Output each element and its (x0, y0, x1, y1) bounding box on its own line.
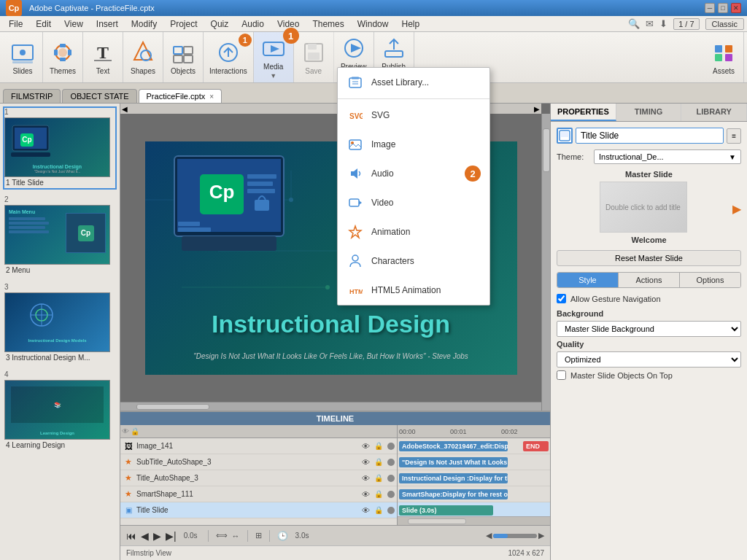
hscroll-thumb[interactable] (136, 404, 209, 410)
tab-filmstrip[interactable]: FILMSTRIP (3, 89, 61, 103)
bar-subtitle[interactable]: "Design Is Not Just What It Looks Like O… (399, 457, 508, 467)
style-tab-actions[interactable]: Actions (619, 273, 680, 287)
dropdown-characters[interactable]: Characters (338, 246, 489, 276)
minimize-btn[interactable]: ─ (705, 3, 715, 13)
toolbar-shapes[interactable]: Shapes (123, 32, 163, 82)
tl-scroll-right[interactable]: ▶ (538, 531, 544, 540)
track-eye-title[interactable]: 👁 (359, 474, 372, 483)
tl-play[interactable]: ▶ (153, 530, 161, 542)
timeline-ruler: 00:00 00:01 00:02 00:03 00:04 (398, 425, 550, 438)
menu-insert[interactable]: Insert (90, 18, 124, 31)
toolbar-interactions[interactable]: 1 Interactions (204, 32, 254, 82)
slide-thumb-4[interactable]: 4 Learning Design 📚 4 Learning Design (3, 369, 117, 452)
scroll-left-btn[interactable]: ◀ (122, 105, 128, 113)
toolbar-objects[interactable]: Objects (163, 32, 204, 82)
prop-theme-value[interactable]: Instructional_De... ▼ (594, 149, 741, 164)
track-row-image[interactable]: 🖼 Image_141 👁 🔒 (120, 438, 397, 454)
allow-gesture-checkbox[interactable] (557, 294, 566, 303)
toolbar-assets[interactable]: Assets (704, 32, 744, 82)
master-objects-checkbox[interactable] (557, 370, 566, 380)
bar-title[interactable]: Instructional Design :Display for the re… (399, 473, 508, 483)
style-tab-style[interactable]: Style (557, 273, 619, 287)
menu-themes[interactable]: Themes (306, 18, 349, 31)
tl-prev[interactable]: ◀ (141, 530, 149, 542)
track-row-shape[interactable]: ★ SmartShape_111 👁 🔒 (120, 486, 397, 502)
menu-help[interactable]: Help (395, 18, 425, 31)
prop-tab-properties[interactable]: PROPERTIES (551, 104, 616, 121)
track-eye-subtitle[interactable]: 👁 (359, 458, 372, 467)
eye-header: 👁 (122, 427, 129, 435)
tl-playhead-bar[interactable] (493, 534, 537, 538)
prop-tab-timing[interactable]: TIMING (616, 104, 682, 121)
menu-window[interactable]: Window (352, 18, 395, 31)
toolbar-save[interactable]: Save (294, 32, 334, 82)
menu-project[interactable]: Project (164, 18, 203, 31)
horizontal-scrollbar[interactable] (120, 402, 541, 411)
prop-title-input[interactable] (576, 128, 724, 144)
vscroll-thumb[interactable] (543, 128, 550, 172)
close-btn[interactable]: ✕ (731, 3, 741, 13)
track-dot-image (387, 443, 395, 450)
menu-file[interactable]: File (3, 18, 28, 31)
tab-close-btn[interactable]: × (209, 93, 214, 101)
prop-title-menu-btn[interactable]: ≡ (727, 128, 741, 144)
tl-scroll-left[interactable]: ◀ (486, 531, 492, 540)
menu-modify[interactable]: Modify (125, 18, 163, 31)
tab-file[interactable]: PracticeFile.cptx × (139, 89, 222, 103)
menu-view[interactable]: View (58, 18, 89, 31)
dropdown-svg[interactable]: SVG SVG (338, 101, 489, 130)
menu-quiz[interactable]: Quiz (205, 18, 235, 31)
tl-icon-expand[interactable]: ⟺ (216, 531, 228, 540)
tl-next[interactable]: ▶| (166, 530, 177, 542)
track-lock-title[interactable]: 🔒 (372, 474, 385, 482)
slide-thumb-2[interactable]: 2 Main Menu Cp (3, 194, 117, 277)
menu-edit[interactable]: Edit (30, 18, 57, 31)
maximize-btn[interactable]: □ (718, 3, 728, 13)
background-select[interactable]: Master Slide Background (557, 321, 741, 337)
toolbar-media[interactable]: 1 Media ▼ (254, 32, 294, 82)
bar-image[interactable]: AdobeStock_370219467_edit:Display for th… (399, 441, 508, 451)
track-lock-slide[interactable]: 🔒 (372, 506, 385, 514)
track-lock-shape[interactable]: 🔒 (372, 490, 385, 498)
dropdown-html5[interactable]: HTML5 HTML5 Animation (338, 276, 489, 305)
tab-object-state[interactable]: OBJECT STATE (62, 89, 136, 103)
search-icon[interactable]: 🔍 (628, 18, 640, 29)
track-eye-slide[interactable]: 👁 (359, 506, 372, 515)
track-row-slide[interactable]: ▣ Title Slide 👁 🔒 (120, 502, 397, 518)
dropdown-video[interactable]: Video (338, 188, 489, 217)
toolbar-themes[interactable]: Themes (43, 32, 83, 82)
bar-shape[interactable]: SmartShape:Display for the rest of the s… (399, 489, 508, 499)
theme-selector[interactable]: Classic (705, 18, 744, 30)
tl-icon-fit[interactable]: ⊞ (255, 531, 262, 540)
bar-slide[interactable]: Slide (3.0s) (399, 505, 493, 516)
dropdown-animation[interactable]: Animation (338, 217, 489, 246)
toolbar-text[interactable]: T Text (83, 32, 123, 82)
slide-thumb-3[interactable]: 3 Instructional Design Models 3 Instruct… (3, 281, 117, 365)
bar-row-0: AdobeStock_370219467_edit:Display for th… (398, 438, 550, 454)
track-row-subtitle[interactable]: ★ SubTitle_AutoShape_3 👁 🔒 (120, 454, 397, 470)
slide-thumb-1[interactable]: 1 Cp Instructional Design "D (3, 106, 117, 190)
timeline-bottom-scrollbar[interactable] (398, 516, 550, 525)
master-slide-arrow[interactable]: ▶ (732, 202, 741, 216)
dropdown-asset-library[interactable]: Asset Library... (338, 68, 489, 97)
toolbar-slides[interactable]: Slides (3, 32, 43, 82)
style-tab-options[interactable]: Options (680, 273, 740, 287)
email-icon[interactable]: ✉ (646, 18, 654, 29)
dropdown-audio[interactable]: Audio 2 (338, 159, 489, 188)
track-lock-image[interactable]: 🔒 (372, 442, 385, 450)
tl-icon-zoom[interactable]: ↔ (232, 532, 240, 540)
track-lock-subtitle[interactable]: 🔒 (372, 458, 385, 466)
track-eye-image[interactable]: 👁 (359, 442, 372, 451)
track-row-title[interactable]: ★ Title_AutoShape_3 👁 🔒 (120, 470, 397, 486)
dropdown-image[interactable]: Image (338, 130, 489, 159)
reset-master-btn[interactable]: Reset Master Slide (557, 250, 741, 266)
tl-go-start[interactable]: ⏮ (126, 530, 136, 542)
download-icon[interactable]: ⬇ (659, 18, 667, 29)
scroll-right-btn[interactable]: ▶ (534, 105, 540, 113)
menu-audio[interactable]: Audio (236, 18, 270, 31)
timeline-scroll-thumb[interactable] (408, 518, 466, 524)
track-eye-shape[interactable]: 👁 (359, 490, 372, 499)
vertical-scrollbar[interactable] (541, 114, 550, 411)
quality-select[interactable]: Optimized (557, 351, 741, 368)
prop-tab-library[interactable]: LIBRARY (681, 104, 747, 121)
